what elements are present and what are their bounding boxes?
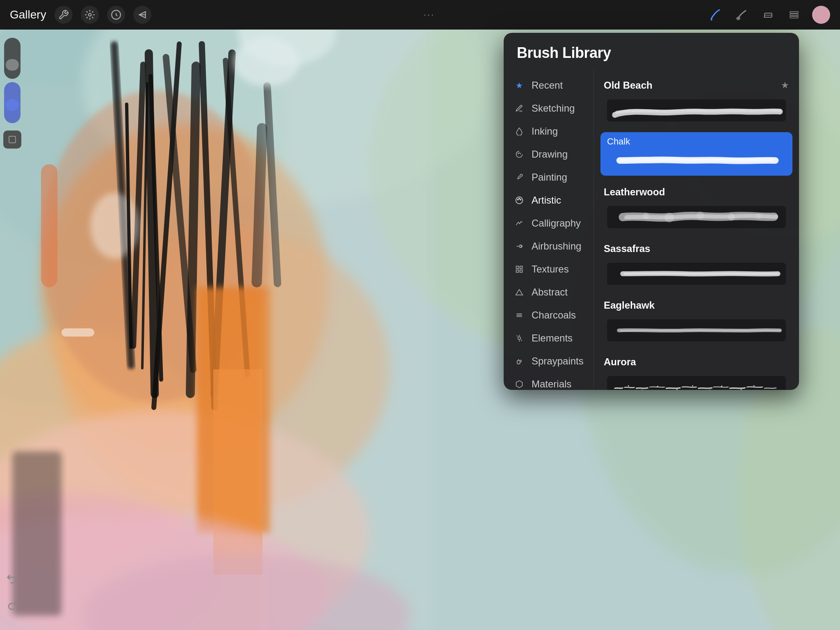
category-item-drawing[interactable]: Drawing — [504, 143, 593, 166]
brush-section-aurora: Aurora — [594, 350, 799, 390]
brush-preview-sassafras — [607, 263, 786, 285]
brush-size-slider[interactable] — [4, 38, 21, 79]
svg-point-81 — [756, 213, 761, 219]
brush-item-inner-eaglehawk — [600, 315, 792, 346]
svg-point-86 — [657, 386, 658, 387]
layers-tool-button[interactable] — [786, 7, 802, 23]
svg-point-23 — [90, 193, 139, 259]
category-item-painting[interactable]: Painting — [504, 166, 593, 189]
transform-icon[interactable] — [133, 6, 151, 24]
stylize-icon[interactable] — [107, 6, 125, 24]
brush-section-eaglehawk: Eaglehawk — [594, 293, 799, 348]
adjustments-icon[interactable] — [81, 6, 99, 24]
svg-point-77 — [643, 213, 649, 219]
star-icon: ★ — [514, 80, 525, 91]
category-item-textures[interactable]: Textures — [504, 258, 593, 281]
textures-icon — [514, 263, 525, 275]
palette-icon — [514, 195, 525, 206]
spiral-icon — [514, 149, 525, 160]
brush-item-inner-chalk: Chalk — [600, 132, 792, 176]
brush-item-old-beach[interactable] — [594, 93, 799, 128]
leatherwood-title: Leatherwood — [604, 186, 665, 198]
brush-section-leatherwood: Leatherwood — [594, 180, 799, 235]
svg-point-52 — [517, 199, 518, 200]
gallery-button[interactable]: Gallery — [10, 8, 46, 21]
more-options-button[interactable]: ··· — [424, 9, 435, 20]
charcoal-icon — [514, 309, 525, 321]
brush-item-inner-leatherwood — [600, 202, 792, 232]
svg-point-43 — [736, 17, 740, 20]
brush-tool-button[interactable] — [707, 7, 724, 23]
brush-item-sassafras[interactable] — [594, 256, 799, 291]
category-label-recent: Recent — [532, 80, 563, 91]
brush-section-header-old-beach: Old Beach ★ — [594, 73, 799, 93]
topbar-right — [707, 6, 830, 24]
category-item-artistic[interactable]: Artistic — [504, 189, 593, 212]
brush-item-aurora[interactable] — [594, 369, 799, 390]
svg-rect-59 — [516, 270, 519, 273]
category-item-inking[interactable]: Inking — [504, 120, 593, 143]
brush-item-inner-sassafras — [600, 259, 792, 289]
svg-rect-47 — [790, 11, 798, 13]
svg-rect-24 — [62, 328, 94, 337]
elements-icon — [514, 332, 525, 344]
category-item-abstract[interactable]: Abstract — [504, 281, 593, 304]
svg-point-32 — [234, 37, 299, 86]
undo-button[interactable] — [3, 569, 21, 587]
brush-section-header-sassafras: Sassafras — [594, 236, 799, 256]
brush-preview-eaglehawk — [607, 319, 786, 341]
svg-marker-60 — [516, 289, 523, 295]
svg-rect-28 — [267, 0, 431, 630]
category-item-calligraphy[interactable]: Calligraphy — [504, 212, 593, 235]
svg-point-85 — [628, 385, 629, 387]
pencil-icon — [514, 103, 525, 114]
svg-point-54 — [520, 199, 521, 200]
panel-title: Brush Library — [517, 44, 786, 62]
svg-rect-65 — [517, 360, 520, 364]
category-item-airbrushing[interactable]: Airbrushing — [504, 235, 593, 258]
svg-point-39 — [88, 14, 91, 16]
panel-body: ★ Recent Sketching Inking — [504, 70, 799, 390]
eraser-tool-button[interactable] — [760, 7, 776, 23]
brush-preview-leatherwood — [607, 206, 786, 228]
category-label-airbrushing: Airbrushing — [532, 241, 581, 252]
opacity-slider[interactable] — [4, 82, 21, 123]
category-label-artistic: Artistic — [532, 195, 561, 206]
category-item-sketching[interactable]: Sketching — [504, 97, 593, 120]
category-item-materials[interactable]: Materials — [504, 373, 593, 390]
category-item-charcoals[interactable]: Charcoals — [504, 304, 593, 327]
brush-item-leatherwood[interactable] — [594, 199, 799, 235]
svg-point-64 — [518, 337, 521, 340]
redo-button[interactable] — [3, 596, 21, 614]
old-beach-star[interactable]: ★ — [781, 80, 789, 91]
spray-icon — [514, 355, 525, 367]
old-beach-title: Old Beach — [604, 80, 653, 91]
svg-point-88 — [721, 385, 722, 387]
brush-section-header-aurora: Aurora — [594, 350, 799, 369]
chalk-name: Chalk — [607, 136, 786, 147]
brush-section-sassafras: Sassafras — [594, 236, 799, 291]
brush-item-eaglehawk[interactable] — [594, 313, 799, 348]
color-swatch-button[interactable] — [3, 131, 21, 149]
brush-library-panel: Brush Library ★ Recent Sketching — [504, 33, 799, 390]
category-item-elements[interactable]: Elements — [504, 327, 593, 350]
svg-rect-50 — [9, 136, 16, 143]
category-item-recent[interactable]: ★ Recent — [504, 74, 593, 97]
brush-section-chalk: Chalk — [594, 130, 799, 178]
svg-rect-49 — [790, 16, 798, 18]
wrench-icon[interactable] — [55, 6, 73, 24]
opacity-slider-container — [4, 82, 21, 123]
category-label-charcoals: Charcoals — [532, 309, 576, 321]
category-item-spraypaints[interactable]: Spraypaints — [504, 350, 593, 373]
brush-item-chalk[interactable]: Chalk — [594, 130, 799, 178]
svg-rect-25 — [41, 164, 57, 287]
aurora-title: Aurora — [604, 356, 636, 368]
category-list: ★ Recent Sketching Inking — [504, 70, 594, 390]
airbrush-icon — [514, 241, 525, 252]
category-label-sketching: Sketching — [532, 103, 575, 114]
topbar-center: ··· — [424, 9, 435, 20]
brush-section-header-leatherwood: Leatherwood — [594, 180, 799, 199]
user-avatar[interactable] — [812, 6, 830, 24]
smudge-tool-button[interactable] — [733, 7, 750, 23]
brush-size-slider-container — [4, 38, 21, 79]
